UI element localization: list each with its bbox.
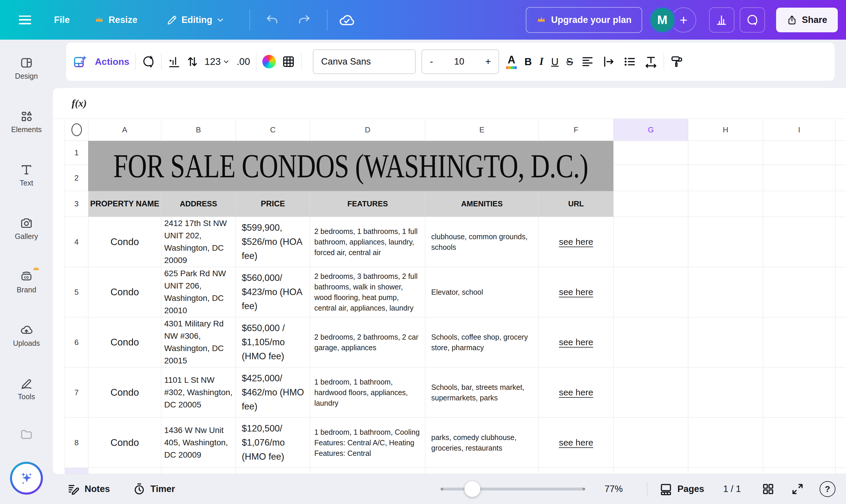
cell-amenities[interactable]: clubhouse, common grounds, schools [425,217,539,267]
cell-amenities[interactable]: parks, comedy clubhouse, groceries, rest… [425,418,539,468]
text-color-button[interactable]: A [506,55,517,69]
cell[interactable] [614,418,688,468]
column-header-f[interactable]: F [539,119,614,141]
header-cell-price[interactable]: PRICE [236,191,310,217]
cell[interactable] [688,165,763,191]
sidebar-item-text[interactable]: Text [0,163,53,187]
sheet-title-cell[interactable]: FOR SALE CONDOS (WASHINGTO, D.C.) [88,141,613,191]
row-header-2[interactable]: 2 [65,165,88,191]
cell[interactable] [688,418,763,468]
help-button[interactable]: ? [819,481,835,497]
cell-features[interactable]: 2 bedrooms, 1 bathrooms, 1 full bathroom… [310,217,425,267]
bullet-list-icon[interactable] [623,55,637,68]
cell[interactable] [763,141,835,165]
sidebar-item-uploads[interactable]: Uploads [0,323,53,347]
header-cell-url[interactable]: URL [539,191,614,217]
cell[interactable] [763,165,835,191]
cell[interactable] [763,418,835,468]
cell-address[interactable]: 625 Park Rd NW UNIT 206, Washington, DC … [161,267,236,317]
column-header-d[interactable]: D [310,119,425,141]
see-here-link[interactable]: see here [559,237,593,247]
decrease-font-button[interactable]: - [430,56,433,67]
cell-url[interactable]: see here [539,317,614,367]
cell-property-name[interactable]: Condo [88,217,161,267]
cell[interactable] [614,367,688,418]
font-size-value[interactable]: 10 [454,56,464,67]
cell[interactable] [614,165,688,191]
notes-button[interactable]: Notes [67,483,110,496]
see-here-link[interactable]: see here [559,438,593,448]
increase-font-button[interactable]: + [485,56,491,67]
zoom-slider[interactable] [441,488,585,490]
header-cell-address[interactable]: ADDRESS [161,191,236,217]
cell-price[interactable]: $560,000/ $423/mo (HOA fee) [236,267,310,317]
add-comment-icon[interactable] [142,55,155,68]
cell-address[interactable]: 1436 W Nw Unit 405, Washington, DC 20009 [161,418,236,468]
font-family-selector[interactable]: Canva Sans [313,49,416,74]
text-spacing-icon[interactable] [644,55,658,68]
cell[interactable] [614,217,688,267]
sidebar-item-tools[interactable]: Tools [0,377,53,401]
cell[interactable] [763,191,835,217]
formula-bar[interactable]: f(x) [53,88,846,119]
add-member-button[interactable]: + [671,7,696,33]
sidebar-item-brand[interactable]: co Brand [0,270,53,294]
column-header-a[interactable]: A [88,119,161,141]
column-header-i[interactable]: I [763,119,835,141]
insights-button[interactable] [709,7,734,33]
row-header-4[interactable]: 4 [65,217,88,267]
zoom-slider-handle[interactable] [464,481,480,497]
row-header-9[interactable] [65,468,88,474]
fullscreen-button[interactable] [791,482,804,496]
grid-view-button[interactable] [761,482,775,496]
comments-button[interactable] [740,7,765,33]
cell-amenities[interactable]: Schools, coffee shop, grocery store, pha… [425,317,539,367]
cell-amenities[interactable]: Schools, bar, streets market, supermarke… [425,367,539,418]
cell[interactable] [688,141,763,165]
cell[interactable] [688,468,763,474]
cell-address[interactable]: 2412 17th St NW UNIT 202, Washington, DC… [161,217,236,267]
cell[interactable] [688,367,763,418]
sidebar-item-design[interactable]: Design [0,56,53,80]
cell[interactable] [763,468,835,474]
file-menu[interactable]: File [54,15,70,25]
cell-property-name[interactable]: Condo [88,317,161,367]
cell[interactable] [614,468,688,474]
cell-url[interactable]: see here [539,418,614,468]
strikethrough-button[interactable]: S [566,56,573,68]
text-wrap-icon[interactable] [602,55,615,68]
cell-price[interactable]: $425,000/ $462/mo (HMO fee) [236,367,310,418]
select-all-button[interactable] [65,119,88,141]
column-header-h[interactable]: H [688,119,763,141]
cell-property-name[interactable]: Condo [88,367,161,418]
cell-address[interactable]: 4301 Military Rd NW #306, Washington, DC… [161,317,236,367]
format-roller-icon[interactable] [670,55,684,68]
share-button[interactable]: Share [776,7,838,32]
column-header-g[interactable]: G [614,119,688,141]
cell[interactable] [425,468,539,474]
see-here-link[interactable]: see here [559,287,593,297]
see-here-link[interactable]: see here [559,337,593,347]
header-cell-features[interactable]: FEATURES [310,191,425,217]
cell[interactable] [688,191,763,217]
decimals-button[interactable]: .00 [236,56,250,67]
redo-icon[interactable] [296,12,312,28]
row-header-7[interactable]: 7 [65,367,88,418]
row-header-5[interactable]: 5 [65,267,88,317]
actions-button[interactable]: Actions [73,55,129,69]
row-header-3[interactable]: 3 [65,191,88,217]
cell-price[interactable]: $650,000 / $1,105/mo (HMO fee) [236,317,310,367]
cell-price[interactable]: $120,500/ $1,076/mo (HMO fee) [236,418,310,468]
cell[interactable] [614,317,688,367]
row-header-6[interactable]: 6 [65,317,88,367]
color-wheel-icon[interactable] [262,55,276,68]
cell[interactable] [763,367,835,418]
cell[interactable] [161,468,236,474]
cell[interactable] [763,217,835,267]
timer-button[interactable]: Timer [133,483,175,496]
cell[interactable] [236,468,310,474]
cell-price[interactable]: $599,900, $526/mo (HOA fee) [236,217,310,267]
header-cell-property-name[interactable]: PROPERTY NAME [88,191,161,217]
cell[interactable] [688,267,763,317]
sidebar-item-gallery[interactable]: Gallery [0,216,53,241]
